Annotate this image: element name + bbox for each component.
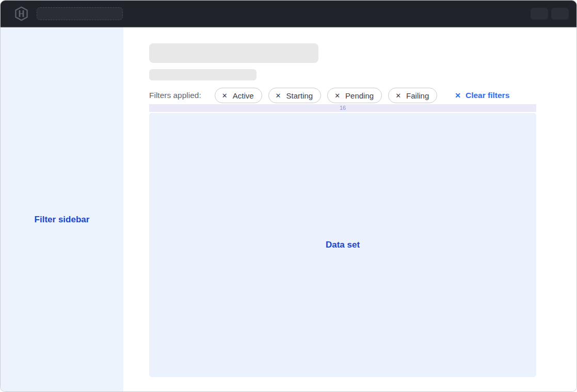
filters-applied-label: Filters applied: xyxy=(149,91,201,100)
filter-chip-failing[interactable]: ✕ Failing xyxy=(388,88,437,103)
top-nav-bar xyxy=(1,1,576,27)
filter-chip-label: Failing xyxy=(406,91,429,100)
spacing-annotation-value: 16 xyxy=(340,105,346,111)
clear-filters-button[interactable]: ✕ Clear filters xyxy=(455,91,509,100)
filter-sidebar: Filter sidebar xyxy=(1,27,123,391)
close-icon[interactable]: ✕ xyxy=(334,92,340,99)
filter-chip-active[interactable]: ✕ Active xyxy=(215,88,262,103)
close-icon[interactable]: ✕ xyxy=(222,92,228,99)
close-icon[interactable]: ✕ xyxy=(276,92,281,99)
applied-filters-row: Filters applied: ✕ Active ✕ Starting ✕ P… xyxy=(149,88,536,103)
topbar-action-placeholder-2[interactable] xyxy=(551,8,569,20)
subtitle-skeleton-placeholder xyxy=(149,69,257,80)
clear-filters-label: Clear filters xyxy=(466,91,509,100)
filter-sidebar-label: Filter sidebar xyxy=(35,215,90,225)
data-set-label: Data set xyxy=(326,240,360,250)
filter-chip-label: Pending xyxy=(345,91,374,100)
close-icon: ✕ xyxy=(455,92,461,99)
filter-chip-label: Active xyxy=(233,91,254,100)
page-body: Filter sidebar Filters applied: ✕ Active… xyxy=(1,27,576,391)
spacing-annotation-bar: 16 xyxy=(149,104,536,112)
main-content: Filters applied: ✕ Active ✕ Starting ✕ P… xyxy=(123,27,576,391)
filter-chip-pending[interactable]: ✕ Pending xyxy=(327,88,382,103)
title-skeleton-placeholder xyxy=(149,43,318,63)
topbar-action-placeholder-1[interactable] xyxy=(531,8,548,20)
hashicorp-logo-icon xyxy=(14,6,28,21)
filter-chip-starting[interactable]: ✕ Starting xyxy=(268,88,322,103)
data-set-region: Data set xyxy=(149,113,536,377)
app-window: Filter sidebar Filters applied: ✕ Active… xyxy=(0,0,577,392)
filter-chip-list: ✕ Active ✕ Starting ✕ Pending ✕ Failing xyxy=(215,88,437,103)
global-search-input[interactable] xyxy=(37,7,123,20)
filter-chip-label: Starting xyxy=(286,91,313,100)
close-icon[interactable]: ✕ xyxy=(395,92,401,99)
